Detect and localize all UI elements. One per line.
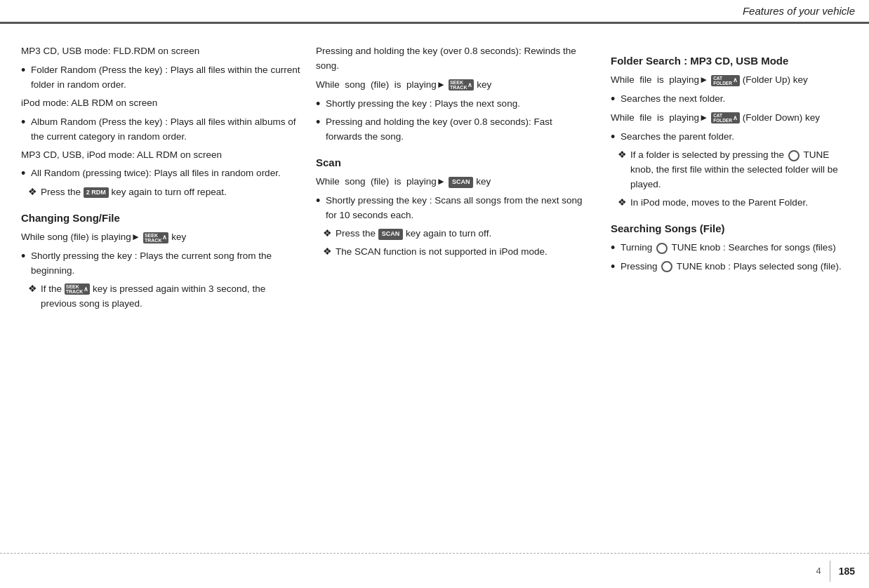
bullet-text: Searches the parent folder.	[621, 130, 848, 145]
scan-badge-off: SCAN	[378, 229, 404, 240]
searching-heading: Searching Songs (File)	[611, 220, 848, 236]
folder-down-intro: While file is playing► CATFOLDER ∧ (Fold…	[611, 111, 848, 126]
main-content: MP3 CD, USB mode: FLD.RDM on screen • Fo…	[0, 23, 869, 553]
list-item: • Album Random (Press the key) : Plays a…	[21, 115, 302, 145]
footer-page: 185	[839, 566, 855, 577]
bullet-dot: •	[21, 249, 31, 279]
header-title: Features of your vehicle	[743, 5, 855, 17]
bullet-text: Pressing TUNE knob : Plays selected song…	[621, 260, 848, 275]
bullet-text: Shortly pressing the key : Plays the nex…	[326, 97, 583, 112]
section2-intro: While song (file) is playing► SEEKTRACK …	[21, 230, 302, 245]
asterisk-symbol-scan2: ❖	[323, 245, 336, 260]
aster-text-scan2: The SCAN function is not supported in iP…	[336, 245, 583, 260]
aster-text: Press the 2 RDM key again to turn off re…	[41, 185, 302, 200]
bullet-text: Shortly pressing the key : Plays the cur…	[31, 249, 302, 279]
list-item: • Shortly pressing the key : Scans all s…	[316, 194, 583, 223]
tune-knob-icon	[788, 150, 800, 161]
page-header: Features of your vehicle	[0, 0, 869, 23]
asterisk-symbol: ❖	[28, 185, 41, 200]
right-aster1: ❖ If a folder is selected by pressing th…	[611, 148, 848, 192]
seek-track-badge-mid: SEEKTRACK ∧	[449, 79, 475, 91]
scan-aster1: ❖ Press the SCAN key again to turn off.	[316, 227, 583, 241]
bullet-text: Album Random (Press the key) : Plays all…	[31, 115, 302, 145]
right-column: Folder Search : MP3 CD, USB Mode While f…	[597, 44, 848, 539]
list-item: • Pressing and holding the key (over 0.8…	[316, 115, 583, 145]
footer-divider	[830, 561, 830, 582]
list-item: • Shortly pressing the key : Plays the c…	[21, 249, 302, 279]
scan-intro: While song (file) is playing► SCAN key	[316, 175, 583, 189]
bullet-dot: •	[611, 241, 621, 256]
page-footer: 4 185	[0, 553, 869, 588]
tune-knob-icon2	[656, 243, 668, 254]
left-intro: MP3 CD, USB mode: FLD.RDM on screen	[21, 44, 302, 59]
bullet-dot: •	[21, 63, 31, 93]
right-aster2: ❖ In iPod mode, moves to the Parent Fold…	[611, 196, 848, 211]
middle-intro1: Pressing and holding the key (over 0.8 s…	[316, 44, 583, 74]
header-divider	[0, 22, 869, 24]
folder-search-intro: While file is playing► CATFOLDER ∧ (Fold…	[611, 73, 848, 88]
all-rdm-intro: MP3 CD, USB, iPod mode: ALL RDM on scree…	[21, 148, 302, 163]
list-item: • Shortly pressing the key : Plays the n…	[316, 97, 583, 112]
bullet-text: Shortly pressing the key : Scans all son…	[326, 194, 583, 223]
folder-search-heading: Folder Search : MP3 CD, USB Mode	[611, 53, 848, 69]
left-column: MP3 CD, USB mode: FLD.RDM on screen • Fo…	[21, 44, 316, 539]
bullet-dot: •	[611, 260, 621, 275]
bullet-dot: •	[316, 115, 326, 145]
asterisk-symbol-scan1: ❖	[323, 227, 336, 241]
asterisk-note: ❖ Press the 2 RDM key again to turn off …	[21, 185, 302, 200]
bullet-dot: •	[21, 115, 31, 145]
aster-text-2: If the SEEKTRACK∧ key is pressed again w…	[41, 282, 302, 312]
seek-track-badge-left: SEEKTRACK ∧	[143, 232, 169, 243]
bullet-dot: •	[611, 130, 621, 145]
aster-text-r1: If a folder is selected by pressing the …	[630, 148, 848, 192]
rdm-badge: 2 RDM	[84, 187, 109, 199]
middle-column: Pressing and holding the key (over 0.8 s…	[316, 44, 597, 539]
list-item: • Turning TUNE knob : Searches for songs…	[611, 241, 848, 256]
footer-chapter: 4	[816, 566, 821, 576]
seek-track-badge-2: SEEKTRACK∧	[65, 283, 91, 295]
aster-text-scan1: Press the SCAN key again to turn off.	[336, 227, 583, 241]
asterisk-symbol-r2: ❖	[618, 196, 630, 211]
asterisk-note-2: ❖ If the SEEKTRACK∧ key is pressed again…	[21, 282, 302, 312]
cat-folder-up-badge: CATFOLDER ∧	[711, 75, 740, 86]
bullet-text: All Random (pressing twice): Plays all f…	[31, 166, 302, 182]
bullet-text: Folder Random (Press the key) : Plays al…	[31, 63, 302, 93]
bullet-text: Searches the next folder.	[621, 92, 848, 107]
scan-badge-intro: SCAN	[449, 177, 474, 188]
bullet-text: Turning TUNE knob : Searches for songs (…	[621, 241, 848, 256]
cat-folder-down-badge: CATFOLDER ∧	[711, 112, 740, 123]
asterisk-symbol-2: ❖	[28, 282, 41, 312]
list-item: • Folder Random (Press the key) : Plays …	[21, 63, 302, 93]
bullet-dot: •	[611, 92, 621, 107]
bullet-dot: •	[21, 166, 31, 182]
bullet-dot: •	[316, 194, 326, 223]
aster-text-r2: In iPod mode, moves to the Parent Folder…	[630, 196, 848, 211]
asterisk-symbol-r1: ❖	[618, 148, 630, 192]
middle-intro2: While song (file) is playing► SEEKTRACK …	[316, 78, 583, 93]
bullet-text: Pressing and holding the key (over 0.8 s…	[326, 115, 583, 145]
scan-aster2: ❖ The SCAN function is not supported in …	[316, 245, 583, 260]
ipod-intro: iPod mode: ALB RDM on screen	[21, 96, 302, 111]
list-item: • Searches the next folder.	[611, 92, 848, 107]
list-item: • Searches the parent folder.	[611, 130, 848, 145]
tune-knob-icon3	[661, 261, 672, 272]
scan-heading: Scan	[316, 154, 583, 171]
list-item: • All Random (pressing twice): Plays all…	[21, 166, 302, 182]
section-heading-changing: Changing Song/File	[21, 210, 302, 226]
list-item: • Pressing TUNE knob : Plays selected so…	[611, 260, 848, 275]
bullet-dot: •	[316, 97, 326, 112]
